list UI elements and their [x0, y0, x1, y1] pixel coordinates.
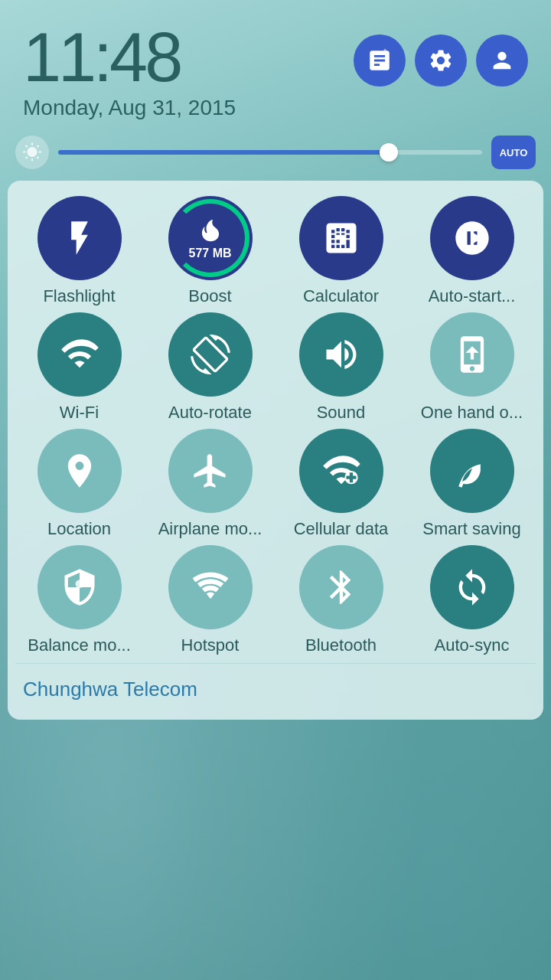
brightness-slider[interactable]	[58, 150, 482, 155]
panel-divider	[15, 663, 536, 664]
balance-label: Balance mo...	[28, 635, 131, 655]
hotspot-label: Hotspot	[181, 635, 240, 655]
svg-point-1	[75, 580, 83, 588]
header: 11:48 Monday, Aug 31, 2015	[0, 0, 551, 128]
tile-airplane[interactable]: Airplane mo...	[146, 429, 274, 539]
hotspot-icon-bg	[168, 545, 253, 629]
flashlight-icon-bg	[37, 196, 122, 280]
smartsaving-label: Smart saving	[422, 519, 520, 539]
tile-calculator[interactable]: Calculator	[277, 196, 405, 306]
airplane-icon-bg	[168, 429, 253, 513]
boost-value: 577 MB	[188, 247, 231, 260]
tile-location[interactable]: Location	[15, 429, 143, 539]
tile-sound[interactable]: Sound	[277, 312, 405, 423]
boost-label: Boost	[188, 286, 231, 306]
autorotate-icon-bg	[168, 312, 253, 397]
cellular-label: Cellular data	[294, 519, 389, 539]
time-block: 11:48 Monday, Aug 31, 2015	[23, 23, 236, 120]
autostart-label: Auto-start...	[429, 286, 516, 306]
location-label: Location	[47, 519, 111, 539]
sound-label: Sound	[317, 403, 366, 423]
tile-balance[interactable]: Balance mo...	[15, 545, 143, 655]
flashlight-label: Flashlight	[43, 286, 115, 306]
profile-button[interactable]	[476, 34, 528, 87]
tile-smartsaving[interactable]: Smart saving	[408, 429, 536, 539]
brightness-bar: AUTO	[15, 136, 536, 169]
boost-icon-bg: 577 MB	[168, 196, 253, 280]
wifi-label: Wi-Fi	[60, 403, 99, 423]
brightness-icon	[15, 136, 49, 169]
bluetooth-icon-bg	[299, 545, 383, 629]
tile-boost[interactable]: 577 MB Boost	[146, 196, 274, 306]
sound-icon-bg	[299, 312, 383, 397]
notes-button[interactable]	[354, 34, 406, 87]
autostart-icon-bg	[430, 196, 514, 280]
tile-wifi[interactable]: Wi-Fi	[15, 312, 143, 423]
tile-cellular[interactable]: Cellular data	[277, 429, 405, 539]
tile-autosync[interactable]: Auto-sync	[408, 545, 536, 655]
onehand-label: One hand o...	[421, 403, 523, 423]
tile-hotspot[interactable]: Hotspot	[146, 545, 274, 655]
quick-controls-panel: Flashlight 577 MB Boost Calculator	[8, 181, 543, 720]
auto-brightness-button[interactable]: AUTO	[491, 136, 536, 169]
autosync-icon-bg	[430, 545, 514, 629]
calculator-label: Calculator	[303, 286, 379, 306]
smartsaving-icon-bg	[430, 429, 514, 513]
location-icon-bg	[37, 429, 122, 513]
tile-bluetooth[interactable]: Bluetooth	[277, 545, 405, 655]
bluetooth-label: Bluetooth	[305, 635, 377, 655]
autosync-label: Auto-sync	[435, 635, 510, 655]
onehand-icon-bg	[430, 312, 514, 397]
autorotate-label: Auto-rotate	[168, 403, 252, 423]
tile-autostart[interactable]: Auto-start...	[408, 196, 536, 306]
tile-onehand[interactable]: One hand o...	[408, 312, 536, 423]
tiles-grid: Flashlight 577 MB Boost Calculator	[15, 196, 536, 655]
settings-button[interactable]	[415, 34, 467, 87]
airplane-label: Airplane mo...	[158, 519, 262, 539]
calculator-icon-bg	[299, 196, 383, 280]
telecom-label: Chunghwa Telecom	[15, 671, 536, 704]
cellular-icon-bg	[299, 429, 383, 513]
header-icons	[354, 23, 528, 87]
wifi-icon-bg	[37, 312, 122, 397]
auto-label: AUTO	[500, 147, 528, 158]
clock: 11:48	[23, 23, 236, 92]
date: Monday, Aug 31, 2015	[23, 96, 236, 120]
balance-icon-bg	[37, 545, 122, 629]
tile-autorotate[interactable]: Auto-rotate	[146, 312, 274, 423]
tile-flashlight[interactable]: Flashlight	[15, 196, 143, 306]
